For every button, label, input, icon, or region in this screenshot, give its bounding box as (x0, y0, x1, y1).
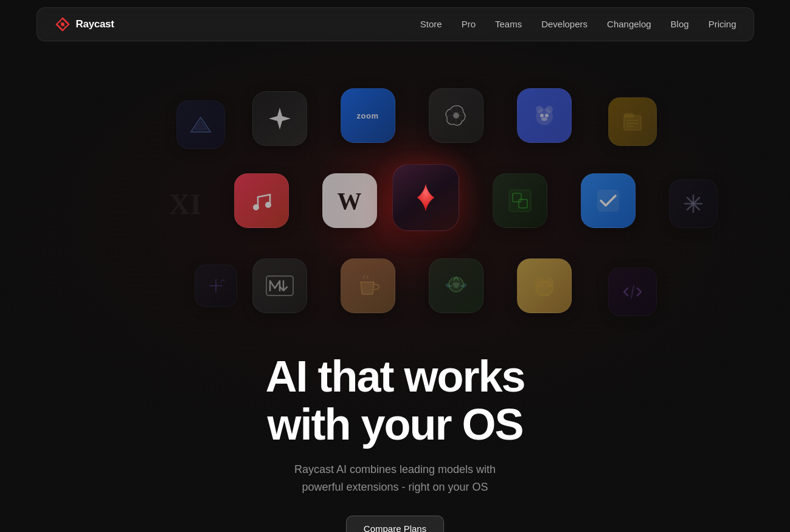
svg-point-4 (536, 106, 543, 113)
svg-point-14 (253, 204, 259, 210)
app-icon-ssh (493, 173, 547, 228)
nav-pricing[interactable]: Pricing (709, 19, 736, 29)
app-icon-codeshot (608, 268, 657, 316)
app-icon-music (234, 173, 289, 228)
main-content: zoom (0, 49, 790, 532)
nav-developers[interactable]: Developers (541, 19, 587, 29)
svg-point-8 (541, 117, 547, 121)
nav-blog[interactable]: Blog (671, 19, 689, 29)
nav-changelog[interactable]: Changelog (607, 19, 651, 29)
svg-rect-10 (624, 113, 634, 118)
app-icon-wikipedia: W (322, 173, 377, 228)
svg-point-5 (546, 106, 553, 113)
app-icon-xi: XI (161, 179, 210, 228)
app-icon-markdown (252, 258, 307, 313)
navbar: Raycast Store Pro Teams Developers Chang… (0, 0, 790, 49)
app-icon-openai (429, 88, 483, 143)
svg-point-1 (61, 22, 64, 26)
brand-name: Raycast (76, 18, 114, 30)
svg-point-29 (535, 277, 544, 287)
app-icon-screenplus (195, 264, 237, 307)
logo-link[interactable]: Raycast (54, 16, 114, 33)
app-icon-zoom: zoom (341, 88, 395, 143)
svg-point-6 (540, 114, 544, 117)
zoom-text: zoom (357, 111, 379, 120)
hero-section: AI that works with your OS Raycast AI co… (265, 353, 524, 532)
app-icon-klack (517, 88, 572, 143)
icons-grid: zoom (146, 58, 645, 356)
nav-container: Raycast Store Pro Teams Developers Chang… (36, 7, 754, 41)
svg-point-7 (545, 114, 549, 117)
app-icon-perplexity (252, 91, 307, 146)
app-icon-firefox (429, 258, 483, 313)
nav-pro[interactable]: Pro (462, 19, 476, 29)
raycast-logo-icon (54, 16, 71, 33)
app-icon-tableplus (517, 258, 572, 313)
nav-store[interactable]: Store (420, 19, 442, 29)
app-icon-raycast-ai (392, 164, 459, 231)
hero-subtitle: Raycast AI combines leading models withp… (265, 461, 524, 496)
hero-title: AI that works with your OS (265, 353, 524, 449)
svg-point-15 (265, 202, 271, 208)
app-icons-area: zoom (0, 49, 790, 365)
cta-area: Compare Plans Starting at $8/month (265, 516, 524, 532)
app-icon-sticky (608, 97, 657, 146)
svg-point-30 (546, 278, 553, 286)
app-icon-lungo (341, 258, 395, 313)
app-icon-tasks (581, 173, 636, 228)
compare-plans-button[interactable]: Compare Plans (346, 516, 444, 532)
nav-teams[interactable]: Teams (495, 19, 522, 29)
app-icon-perplexity2 (669, 179, 718, 228)
nav-links: Store Pro Teams Developers Changelog Blo… (420, 19, 736, 30)
app-icon-triangle (176, 100, 225, 149)
